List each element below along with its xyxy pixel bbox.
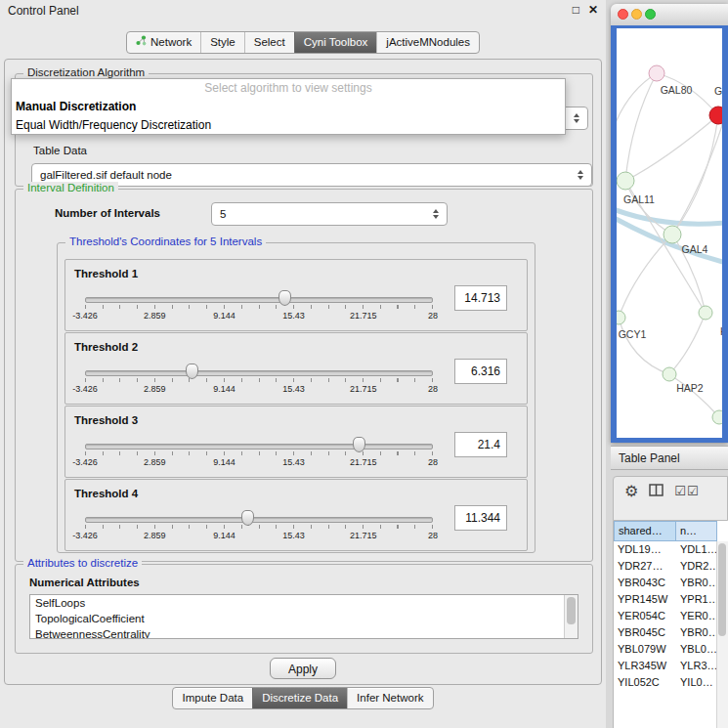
table-row[interactable]: YBR043CYBR0… bbox=[614, 575, 717, 591]
table-row[interactable]: YDL19…YDL1… bbox=[614, 541, 717, 558]
cell-shared-name[interactable]: YDL19… bbox=[614, 541, 676, 558]
mac-close-light[interactable] bbox=[618, 9, 628, 20]
cell-shared-name[interactable]: YBL079W bbox=[614, 641, 676, 658]
attribute-item-betweennesscentrality[interactable]: BetweennessCentrality bbox=[30, 626, 578, 639]
slider-track[interactable] bbox=[85, 370, 433, 376]
cell-name[interactable]: YIL0… bbox=[676, 674, 717, 691]
slider-track[interactable] bbox=[85, 517, 433, 523]
algorithm-dropdown-list: Select algorithm to view settings Manual… bbox=[11, 78, 566, 135]
cell-shared-name[interactable]: YLR345W bbox=[614, 658, 676, 674]
float-panel-icon[interactable]: □ bbox=[573, 3, 579, 17]
network-edge[interactable] bbox=[625, 73, 657, 181]
dropdown-placeholder-item[interactable]: Select algorithm to view settings bbox=[12, 79, 565, 98]
network-edge[interactable] bbox=[669, 313, 706, 374]
tab-select[interactable]: Select bbox=[244, 32, 294, 53]
network-canvas[interactable]: GAL80GAGAL11GAL4GCY1HHAP2 bbox=[617, 28, 722, 438]
cell-shared-name[interactable]: YIL052C bbox=[614, 674, 676, 691]
threshold-coordinates-group: Threshold's Coordinates for 5 Intervals … bbox=[57, 242, 535, 553]
cell-name[interactable]: YLR3… bbox=[676, 658, 717, 674]
attribute-item-selfloops[interactable]: SelfLoops bbox=[30, 595, 578, 611]
network-edge[interactable] bbox=[617, 73, 657, 136]
cell-shared-name[interactable]: YBR043C bbox=[614, 575, 676, 591]
network-node[interactable] bbox=[699, 306, 712, 320]
apply-button[interactable]: Apply bbox=[270, 658, 336, 679]
slider-track[interactable] bbox=[85, 297, 433, 303]
tab-jactivemnodules[interactable]: jActiveMNodules bbox=[376, 32, 479, 53]
table-row[interactable]: YLR345WYLR3… bbox=[614, 658, 717, 674]
tab-infer-network[interactable]: Infer Network bbox=[347, 688, 432, 708]
cell-name[interactable]: YDR2… bbox=[676, 558, 717, 575]
cell-name[interactable]: YPR1… bbox=[676, 591, 717, 608]
mac-zoom-light[interactable] bbox=[645, 9, 656, 20]
cell-name[interactable]: YDL1… bbox=[676, 541, 717, 558]
cell-name[interactable]: YBL0… bbox=[676, 641, 717, 658]
scale-label: 2.859 bbox=[144, 457, 166, 467]
select-all-icon[interactable]: ☑☑ bbox=[674, 482, 699, 501]
network-node[interactable] bbox=[709, 107, 722, 124]
slider-track[interactable] bbox=[85, 444, 433, 450]
threshold-4-value-field[interactable]: 11.344 bbox=[454, 505, 507, 531]
table-scrollbar-thumb[interactable] bbox=[718, 543, 726, 636]
table-row[interactable]: YDR27…YDR2… bbox=[614, 558, 717, 575]
slider-thumb[interactable] bbox=[353, 437, 365, 452]
network-edge[interactable] bbox=[625, 115, 718, 181]
close-panel-icon[interactable]: ✕ bbox=[588, 3, 598, 17]
combobox-stepper-icon bbox=[575, 164, 586, 186]
algorithm-option-equal-width-frequency-discretization[interactable]: Equal Width/Frequency Discretization bbox=[12, 116, 565, 135]
cell-shared-name[interactable]: YPR145W bbox=[614, 591, 676, 608]
cell-name[interactable]: YER0… bbox=[676, 608, 717, 624]
table-scrollbar[interactable] bbox=[716, 541, 728, 728]
threshold-3-value-field[interactable]: 21.4 bbox=[454, 432, 507, 457]
network-edge[interactable] bbox=[619, 235, 672, 318]
cell-shared-name[interactable]: YDR27… bbox=[614, 558, 676, 575]
column-header-name[interactable]: n… bbox=[676, 521, 717, 541]
table-row[interactable]: YBR045CYBR0… bbox=[614, 624, 717, 641]
table-row[interactable]: YER054CYER0… bbox=[614, 608, 717, 624]
list-scrollbar[interactable] bbox=[564, 595, 578, 638]
tab-label: Discretize Data bbox=[262, 688, 338, 708]
network-node[interactable] bbox=[664, 226, 681, 243]
attributes-group: Attributes to discretize Numerical Attri… bbox=[15, 564, 593, 654]
network-edge[interactable] bbox=[669, 374, 719, 417]
tab-label: Network bbox=[150, 32, 192, 53]
attribute-item-topologicalcoefficient[interactable]: TopologicalCoefficient bbox=[30, 611, 578, 626]
slider-thumb[interactable] bbox=[186, 364, 198, 379]
scale-label: 9.144 bbox=[213, 531, 236, 540]
gear-icon[interactable]: ⚙ bbox=[624, 482, 638, 501]
table-row[interactable]: YPR145WYPR1… bbox=[614, 591, 717, 608]
tab-impute-data[interactable]: Impute Data bbox=[173, 688, 252, 708]
tab-network[interactable]: Network bbox=[127, 32, 200, 53]
tab-cyni-toolbox[interactable]: Cyni Toolbox bbox=[294, 32, 377, 53]
network-edge[interactable] bbox=[619, 318, 669, 374]
slider-thumb[interactable] bbox=[241, 510, 254, 526]
threshold-3-label: Threshold 3 bbox=[74, 414, 138, 426]
network-edge[interactable] bbox=[672, 115, 718, 235]
network-node[interactable] bbox=[617, 172, 634, 190]
table-row[interactable]: YIL052CYIL0… bbox=[614, 674, 717, 691]
tab-discretize-data[interactable]: Discretize Data bbox=[252, 688, 347, 708]
network-node[interactable] bbox=[712, 410, 722, 424]
mac-minimize-light[interactable] bbox=[631, 9, 642, 20]
network-node[interactable] bbox=[649, 65, 664, 81]
threshold-2-value-field[interactable]: 6.316 bbox=[454, 359, 507, 384]
cell-name[interactable]: YBR0… bbox=[676, 624, 717, 641]
table-toolbar: ⚙ ☑☑ bbox=[613, 476, 728, 521]
slider-ticks bbox=[85, 451, 433, 455]
network-node[interactable] bbox=[663, 367, 676, 381]
number-of-intervals-combobox[interactable]: 5 bbox=[211, 202, 448, 226]
cell-shared-name[interactable]: YBR045C bbox=[614, 624, 676, 641]
table-row[interactable]: YBL079WYBL0… bbox=[614, 641, 717, 658]
cell-name[interactable]: YBR0… bbox=[676, 575, 717, 591]
tab-style[interactable]: Style bbox=[200, 32, 244, 53]
slider-thumb[interactable] bbox=[278, 290, 291, 306]
network-node[interactable] bbox=[617, 311, 625, 324]
column-header-shared-name[interactable]: shared… bbox=[614, 521, 676, 541]
interval-definition-group: Interval Definition Number of Intervals … bbox=[15, 189, 593, 562]
threshold-1-value-field[interactable]: 14.713 bbox=[454, 285, 507, 311]
algorithm-option-manual-discretization[interactable]: Manual Discretization bbox=[12, 98, 565, 116]
column-selector-icon[interactable] bbox=[649, 482, 664, 501]
cell-shared-name[interactable]: YER054C bbox=[614, 608, 676, 624]
node-table: shared… n… YDL19…YDL1…YDR27…YDR2…YBR043C… bbox=[613, 521, 728, 728]
network-thick-edge[interactable] bbox=[617, 208, 722, 224]
network-view-window: GAL80GAGAL11GAL4GCY1HHAP2 bbox=[611, 4, 728, 443]
